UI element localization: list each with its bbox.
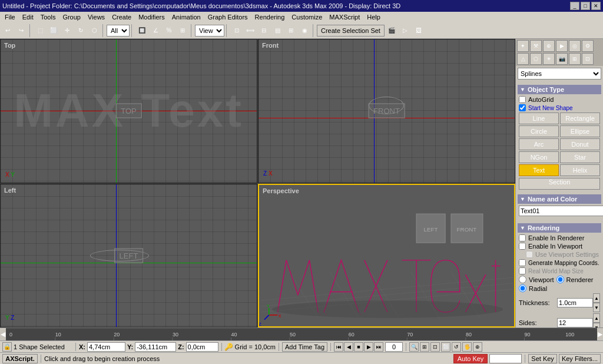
sides-input[interactable] (557, 318, 593, 327)
redo-button[interactable]: ↪ (15, 24, 28, 37)
viewport-top[interactable]: Top MAX Text TOP X Y (0, 39, 257, 183)
menu-graph-editors[interactable]: Graph Editors (204, 12, 251, 22)
sides-spinner[interactable]: ▲ ▼ (593, 313, 600, 327)
filter-dropdown[interactable]: All (107, 25, 130, 37)
spinner-snap-button[interactable]: ⊞ (176, 24, 189, 37)
prev-frame-button[interactable]: ⏮ (334, 342, 343, 352)
real-world-map-checkbox[interactable] (519, 267, 526, 274)
rendered-frame-button[interactable]: 🖼 (412, 24, 425, 37)
add-time-tag-button[interactable]: Add Time Tag (282, 342, 327, 352)
panel-tab-display[interactable]: ◎ (569, 40, 581, 52)
y-coord-input[interactable] (135, 342, 176, 352)
viewport-nav-2[interactable]: ⊡ (430, 342, 440, 352)
panel-tab-shape[interactable]: ⬠ (530, 53, 542, 65)
shape-btn-circle[interactable]: Circle (519, 125, 559, 137)
menu-help[interactable]: Help (363, 12, 384, 22)
generate-mapping-checkbox[interactable] (519, 259, 526, 266)
panel-tab-hierarchy[interactable]: ⊕ (543, 40, 555, 52)
panel-tab-camera[interactable]: 📷 (556, 53, 568, 65)
sides-up[interactable]: ▲ (593, 313, 600, 323)
thickness-up[interactable]: ▲ (593, 293, 600, 303)
shape-btn-line[interactable]: Line (519, 112, 559, 124)
timeline-next-btn[interactable]: ▶ (597, 328, 603, 340)
mirror-button[interactable]: ⟺ (244, 24, 257, 37)
percent-snap-button[interactable]: % (163, 24, 175, 37)
enable-viewport-checkbox[interactable] (519, 243, 526, 250)
schematic-view-button[interactable]: ⊞ (284, 24, 297, 37)
viewport-perspective[interactable]: Perspective (258, 184, 515, 328)
panel-tab-light[interactable]: ☀ (543, 53, 555, 65)
splines-dropdown[interactable]: Splines (518, 68, 601, 80)
set-key-button[interactable]: Set Key (528, 354, 557, 363)
shape-btn-text[interactable]: Text (519, 164, 559, 176)
panel-tab-motion[interactable]: ▶ (556, 40, 568, 52)
render-setup-button[interactable]: 🎬 (385, 24, 398, 37)
align-button[interactable]: ⊟ (257, 24, 270, 37)
menu-tools[interactable]: Tools (37, 12, 59, 22)
move-button[interactable]: ✛ (61, 24, 74, 37)
start-new-shape-checkbox[interactable] (519, 104, 526, 111)
viewport-nav-3[interactable]: ⬜ (441, 342, 450, 352)
panel-tab-modify[interactable]: ⚒ (530, 40, 542, 52)
layer-manager-button[interactable]: ▤ (271, 24, 284, 37)
undo-button[interactable]: ↩ (1, 24, 14, 37)
menu-rendering[interactable]: Rendering (251, 12, 289, 22)
panel-tab-utilities[interactable]: ⚙ (582, 40, 594, 52)
object-name-input[interactable] (519, 206, 603, 216)
frame-input[interactable] (385, 342, 403, 352)
named-sel-button[interactable]: ⊡ (230, 24, 243, 37)
z-coord-input[interactable] (186, 342, 218, 352)
viewport-left[interactable]: Left LEFT Y Z (0, 184, 257, 328)
axscript-button[interactable]: AXScript. (2, 354, 38, 363)
menu-customize[interactable]: Customize (288, 12, 326, 22)
play-back-button[interactable]: ◀ (344, 342, 353, 352)
x-coord-input[interactable] (87, 342, 125, 352)
panel-tab-geom[interactable]: △ (517, 53, 529, 65)
enable-renderer-checkbox[interactable] (519, 234, 526, 241)
menu-modifiers[interactable]: Modifiers (135, 12, 168, 22)
renderer-radio[interactable] (556, 276, 564, 283)
play-forward-button[interactable]: ▶ (364, 342, 373, 352)
selected-input[interactable]: Selected (489, 354, 522, 363)
menu-group[interactable]: Group (59, 12, 84, 22)
shape-btn-ngon[interactable]: NGon (519, 151, 559, 163)
sides-down[interactable]: ▼ (593, 323, 600, 327)
shape-btn-arc[interactable]: Arc (519, 138, 559, 150)
menu-file[interactable]: File (1, 12, 19, 22)
shape-btn-section[interactable]: Section (519, 178, 600, 190)
scale-button[interactable]: ⬡ (88, 24, 101, 37)
viewport-nav-6[interactable]: ⊕ (473, 342, 482, 352)
angle-snap-button[interactable]: ∠ (149, 24, 162, 37)
snap-toggle-button[interactable]: 🔲 (135, 24, 148, 37)
select-region-button[interactable]: ⬜ (47, 24, 60, 37)
shape-btn-donut[interactable]: Donut (560, 138, 600, 150)
timeline-prev-btn[interactable]: ◀ (0, 328, 6, 340)
autogrid-checkbox[interactable] (519, 96, 526, 103)
select-object-button[interactable]: ⬚ (34, 24, 47, 37)
view-dropdown[interactable]: View (195, 25, 224, 37)
viewport-front[interactable]: Front FRONT Z X (258, 39, 515, 183)
viewport-nav-1[interactable]: ⊞ (420, 342, 429, 352)
window-controls[interactable]: _ □ ✕ (570, 2, 601, 10)
auto-key-button[interactable]: Auto Key (453, 354, 488, 363)
scene-lock-button[interactable]: 🔒 (2, 342, 12, 352)
shape-btn-ellipse[interactable]: Ellipse (560, 125, 600, 137)
render-production-button[interactable]: ▷ (399, 24, 412, 37)
use-viewport-settings-checkbox[interactable] (526, 251, 533, 258)
shape-btn-helix[interactable]: Helix (560, 164, 600, 176)
radial-radio[interactable] (519, 284, 526, 292)
thickness-spinner[interactable]: ▲ ▼ (593, 293, 600, 312)
key-filters-button[interactable]: Key Filters... (559, 354, 601, 363)
minimize-button[interactable]: _ (570, 2, 579, 10)
stop-button[interactable]: ■ (354, 342, 363, 352)
menu-views[interactable]: Views (84, 12, 108, 22)
menu-edit[interactable]: Edit (19, 12, 37, 22)
menu-create[interactable]: Create (108, 12, 135, 22)
viewport-radio[interactable] (519, 276, 526, 283)
panel-tab-space[interactable]: ⊡ (582, 53, 594, 65)
panel-tab-create[interactable]: ✦ (517, 40, 529, 52)
timeline-track[interactable]: 0 10 20 30 40 50 60 70 80 90 100 (6, 328, 597, 340)
rotate-button[interactable]: ↻ (74, 24, 87, 37)
close-button[interactable]: ✕ (591, 2, 601, 10)
panel-tab-helper[interactable]: ⊞ (569, 53, 581, 65)
